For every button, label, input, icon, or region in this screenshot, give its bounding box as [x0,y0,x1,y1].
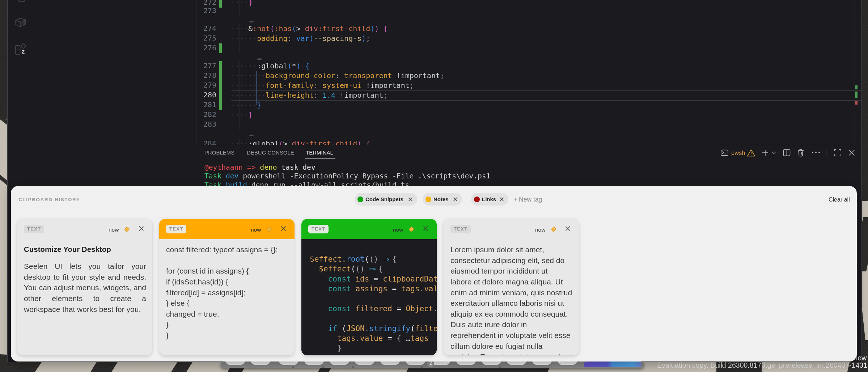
panel-tab-debug-console[interactable]: DEBUG CONSOLE [247,149,294,156]
token: filtered [415,324,437,333]
remove-tag-icon[interactable] [499,197,504,202]
card-tag-icon[interactable] [124,225,131,232]
token: } [248,110,253,119]
token: . [365,324,369,333]
clipboard-card[interactable]: TEXTnow Customize Your DesktopSeelen UI … [17,219,152,355]
token: div [292,139,305,145]
editor-code-row[interactable]: 280········line-height: 1.4 !important; [196,90,861,100]
taskbar-dock[interactable]: 2 [221,362,644,368]
shapes-icon[interactable] [14,42,27,55]
card-text-line: filtered[id] = assigns[id]; [166,287,288,298]
tag-pill-links[interactable]: Links [471,193,508,206]
panel-tab-terminal[interactable]: TERMINAL [306,149,333,156]
token: ········ [231,71,266,80]
dock-media-widget[interactable] [584,362,641,367]
close-panel-icon[interactable] [848,149,856,157]
editor-code-row[interactable]: 281······} [196,100,861,110]
token: transparent [344,71,392,80]
card-close-icon[interactable] [423,226,428,231]
more-actions-icon[interactable] [811,151,821,154]
card-tag-icon[interactable] [408,225,415,232]
card-close-icon[interactable] [139,226,144,231]
activity-badge: 2 [22,48,25,55]
card-text-line: } else { [166,298,288,309]
kill-terminal-trash-icon[interactable] [797,149,804,157]
card-timestamp: now [393,227,403,233]
line-number: 274 [196,24,216,33]
token: ········ [231,91,266,100]
token: stringify [369,324,410,333]
card-text-line: workspace that works best for you. [24,304,146,315]
token: : [314,81,318,90]
new-tag-button[interactable]: + New tag [513,196,542,203]
card-title: Customize Your Desktop [24,245,111,254]
editor-code-row[interactable]: 276 [196,43,861,53]
indent-guide [240,120,240,130]
editor-code-row[interactable]: 284····:global(> div:first-child) { [196,139,861,145]
folded-code-ellipsis[interactable]: … [257,53,262,61]
card-close-icon[interactable] [565,226,571,231]
clipboard-card[interactable]: TEXTnow $effect.root(() ⇒ { $effect(() ⇒… [301,219,437,355]
cut-off-top-icon[interactable] [18,0,25,2]
token: :not [253,24,270,33]
token: system-ui [322,81,361,90]
editor-code-row[interactable]: 282····} [196,110,861,120]
folded-code-ellipsis[interactable]: … [249,16,254,24]
dock-running-indicator [421,366,423,368]
code-line-text: ········background-color: transparent !i… [231,71,444,81]
editor-code-row[interactable]: 273 [196,6,861,16]
tag-pill-code-snippets[interactable]: Code Snippets [355,193,417,206]
card-code-line: if (JSON.stringify(filtered [310,324,437,334]
token: ) [357,139,361,145]
actions-separator [826,149,826,156]
token: :first-child [305,139,357,145]
remove-tag-icon[interactable] [453,197,458,202]
token: ; [440,71,444,80]
warning-icon[interactable] [747,149,755,157]
editor-code-row[interactable]: 283 [196,120,861,130]
editor-folded-row[interactable]: … [196,53,861,61]
card-close-icon[interactable] [281,226,286,231]
code-line-text: ········line-height: 1.4 !important; [231,90,388,100]
tag-pill-notes[interactable]: Notes [423,193,462,206]
editor-code-row[interactable]: 279········font-family: system-ui !impor… [196,81,861,90]
new-terminal-icon[interactable] [761,149,769,157]
editor-code-row[interactable]: 274····&:not(:has(> div:first-child)) { [196,24,861,34]
clipboard-card[interactable]: TEXTnow Lorem ipsum dolor sit amet,conse… [444,219,579,355]
editor-code-row[interactable]: 278········background-color: transparent… [196,71,861,81]
token: var [296,34,309,43]
code-editor[interactable]: 272····}273…274····&:not(:has(> div:firs… [196,0,861,145]
token: Task [204,172,221,180]
clear-all-button[interactable]: Clear all [829,196,850,203]
token: . [419,284,424,293]
dock-running-indicator [352,366,354,368]
panel-tab-problems[interactable]: PROBLEMS [204,149,234,156]
line-number: 283 [196,120,216,128]
tag-color-dot [357,196,363,202]
editor-folded-row[interactable]: … [196,16,861,24]
token: ( [288,62,292,70]
terminal-dropdown-chevron-icon[interactable] [771,151,776,155]
card-text: const filtered: typeof assigns = {}; for… [166,244,288,341]
card-text-line: consectetur adipiscing elit, sed do [450,255,573,266]
card-tag-icon[interactable] [550,225,557,232]
card-tag-icon[interactable] [266,225,273,232]
editor-code-row[interactable]: 275······padding: var(--spacing-s); [196,34,861,43]
token: 1.4 [322,91,335,100]
maximize-panel-icon[interactable] [834,149,842,157]
editor-folded-row[interactable]: … [196,130,861,138]
clipboard-card[interactable]: TEXTnow const filtered: typeof assigns =… [159,219,295,355]
token: background-color [266,71,335,80]
screen: 2 272····}273…274····&:not(:has(> div:fi… [0,0,868,372]
tag-label: Code Snippets [365,196,403,202]
split-terminal-icon[interactable] [783,149,791,156]
tag-label: Notes [433,196,449,202]
folded-code-ellipsis[interactable]: … [249,130,254,138]
card-text: Lorem ipsum dolor sit amet,consectetur a… [450,244,573,355]
remove-tag-icon[interactable] [408,197,413,202]
editor-code-row[interactable]: 277······:global(*) { [196,61,861,71]
card-code-body: $effect.root(() ⇒ { $effect(() ⇒ { const… [301,239,437,355]
container-box-icon[interactable] [14,16,27,29]
shell-name-label[interactable]: pwsh [731,149,745,156]
pwsh-terminal-icon[interactable] [721,149,728,156]
